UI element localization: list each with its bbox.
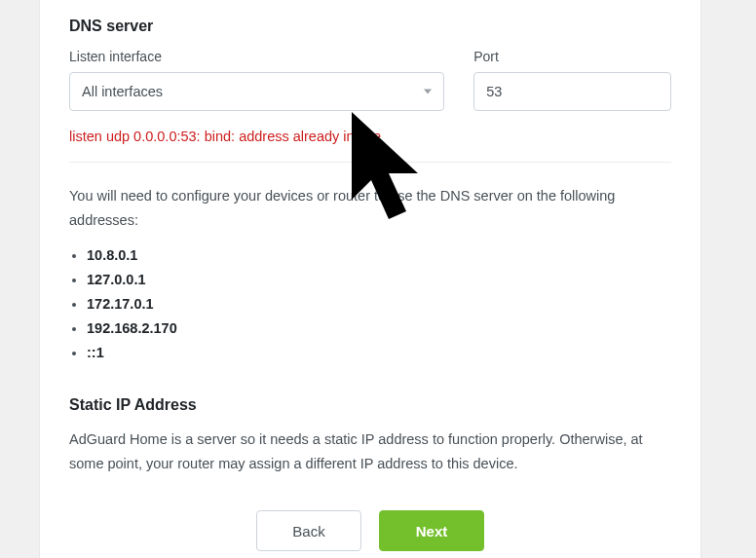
dns-server-title: DNS server — [69, 18, 671, 35]
listen-interface-field: Listen interface All interfaces — [69, 49, 444, 111]
back-button[interactable]: Back — [256, 510, 361, 551]
port-input[interactable]: 53 — [473, 72, 671, 111]
port-field: Port 53 — [473, 49, 671, 111]
dns-error-message: listen udp 0.0.0.0:53: bind: address alr… — [69, 129, 671, 144]
port-label: Port — [473, 49, 671, 64]
list-item: ::1 — [87, 341, 671, 365]
settings-card: DNS server Listen interface All interfac… — [39, 0, 701, 558]
static-ip-text: AdGuard Home is a server so it needs a s… — [69, 428, 671, 475]
ip-address-list: 10.8.0.1 127.0.0.1 172.17.0.1 192.168.2.… — [69, 243, 671, 365]
list-item: 192.168.2.170 — [87, 316, 671, 341]
listen-interface-select[interactable]: All interfaces — [69, 72, 444, 111]
listen-interface-label: Listen interface — [69, 49, 444, 64]
next-button[interactable]: Next — [379, 510, 484, 551]
chevron-down-icon — [424, 90, 432, 94]
list-item: 10.8.0.1 — [87, 243, 671, 268]
list-item: 172.17.0.1 — [87, 292, 671, 316]
port-value: 53 — [486, 84, 502, 99]
divider — [69, 162, 671, 163]
wizard-buttons: Back Next — [69, 510, 671, 551]
list-item: 127.0.0.1 — [87, 268, 671, 292]
dns-fields-row: Listen interface All interfaces Port 53 — [69, 49, 671, 111]
static-ip-title: Static IP Address — [69, 396, 671, 414]
dns-help-text: You will need to configure your devices … — [69, 184, 671, 232]
listen-interface-value: All interfaces — [82, 84, 163, 99]
